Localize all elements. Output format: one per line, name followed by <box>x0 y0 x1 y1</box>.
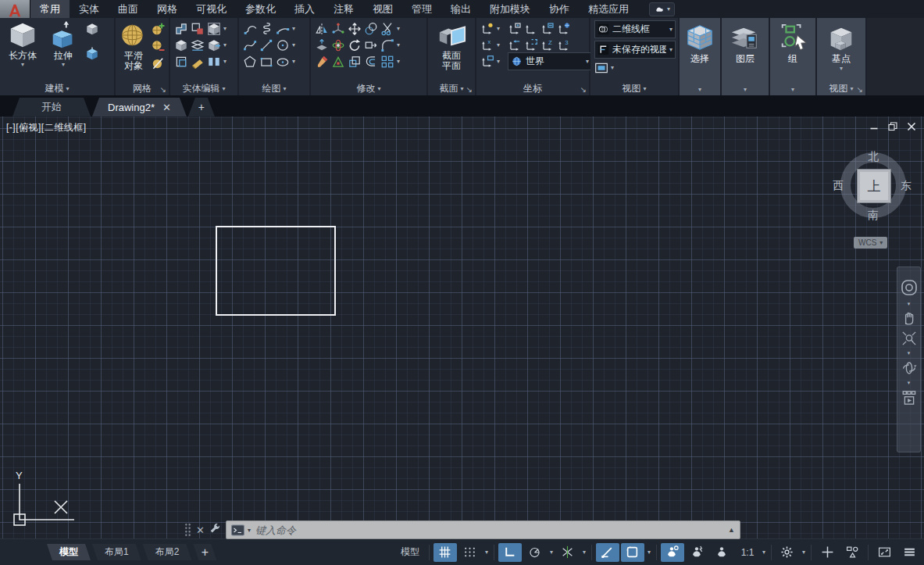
command-input[interactable] <box>254 524 725 537</box>
navigation-wheel-icon[interactable] <box>900 278 919 297</box>
annotation-scale-value[interactable]: 1:1 <box>736 543 759 562</box>
move-icon[interactable] <box>348 22 362 36</box>
interfere-icon[interactable] <box>207 22 221 36</box>
ucs-3point-icon[interactable]: 3 <box>557 38 571 52</box>
wcs-dropdown[interactable]: WCS▾ <box>854 237 887 249</box>
scale-icon[interactable] <box>348 55 362 69</box>
new-layout-button[interactable]: + <box>193 544 216 560</box>
ribbon-tab-collaborate[interactable]: 协作 <box>540 0 579 18</box>
annotation-monitor-button[interactable] <box>815 543 839 562</box>
chevron-down-icon[interactable]: ▾ <box>908 301 911 307</box>
ribbon-tab-visualize[interactable]: 可视化 <box>187 0 236 18</box>
offset-icon[interactable] <box>364 55 378 69</box>
chevron-down-icon[interactable]: ▾ <box>292 42 295 48</box>
ucs-previous-icon[interactable] <box>508 38 522 52</box>
panel-label-view[interactable]: 视图▾ <box>590 82 678 95</box>
panel-launcher-icon[interactable]: ↘ <box>857 86 863 94</box>
trim-icon[interactable] <box>380 22 394 36</box>
panel-launcher-icon[interactable]: ↘ <box>160 86 166 94</box>
ucs-origin-icon[interactable] <box>508 22 522 36</box>
3d-scale-gizmo-icon[interactable] <box>331 55 345 69</box>
ribbon-tab-output[interactable]: 输出 <box>441 0 480 18</box>
panel-layers[interactable]: 图层 ▾ <box>722 18 770 95</box>
array-icon[interactable] <box>380 55 394 69</box>
drawn-rectangle[interactable] <box>216 226 336 316</box>
smooth-more-icon[interactable] <box>151 22 165 36</box>
customization-menu-button[interactable] <box>897 543 921 562</box>
polygon-icon[interactable] <box>243 55 257 69</box>
ucs-axis-icon[interactable] <box>524 22 538 36</box>
chevron-down-icon[interactable]: ▾ <box>581 549 587 556</box>
command-history-up-icon[interactable]: ▲ <box>728 526 735 534</box>
annotation-visibility-toggle[interactable] <box>661 543 684 562</box>
smooth-object-button[interactable]: 平滑 对象 <box>120 20 148 71</box>
fillet-edge-icon[interactable] <box>191 55 205 69</box>
ribbon-tab-view[interactable]: 视图 <box>363 0 402 18</box>
chevron-down-icon[interactable]: ▾ <box>248 527 251 534</box>
pan-hand-icon[interactable] <box>901 311 917 327</box>
ucs-z-axis-icon[interactable]: Z <box>540 38 555 52</box>
app-logo-button[interactable] <box>0 0 30 18</box>
ribbon-tab-home[interactable]: 常用 <box>30 0 70 18</box>
spline-icon[interactable] <box>243 38 257 52</box>
ribbon-tab-addins[interactable]: 附加模块 <box>480 0 540 18</box>
auto-scale-toggle[interactable] <box>686 543 709 562</box>
chevron-down-icon[interactable]: ▾ <box>292 26 295 32</box>
chevron-down-icon[interactable]: ▾ <box>397 59 400 65</box>
stretch-icon[interactable] <box>364 38 378 52</box>
orbit-icon[interactable] <box>901 360 917 376</box>
polysolid-icon[interactable] <box>85 47 99 61</box>
chevron-down-icon[interactable]: ▾ <box>497 59 500 65</box>
3d-rotate-gizmo-icon[interactable] <box>331 38 345 52</box>
close-icon[interactable]: ✕ <box>196 524 205 536</box>
separate-icon[interactable] <box>207 55 221 69</box>
new-drawing-tab-button[interactable]: + <box>188 98 215 116</box>
viewcube-west[interactable]: 西 <box>833 179 844 193</box>
ucs-icon[interactable] <box>480 22 494 36</box>
polyline-icon[interactable] <box>243 22 257 36</box>
arc-icon[interactable] <box>276 22 290 36</box>
command-input-container[interactable]: ▾ ▲ <box>226 520 740 539</box>
chevron-down-icon[interactable]: ▾ <box>223 59 227 65</box>
ortho-toggle[interactable] <box>498 543 522 562</box>
panel-label-draw[interactable]: 绘图▾ <box>239 82 309 95</box>
cloud-menu-button[interactable]: ▾ <box>649 2 675 16</box>
panel-view-2[interactable]: 基点 ▾ 视图▾ ↘ <box>817 18 867 95</box>
visual-style-combo[interactable]: 二维线框▾ <box>594 20 676 38</box>
line-icon[interactable] <box>259 38 273 52</box>
command-prompt-icon[interactable] <box>231 524 244 536</box>
chevron-down-icon[interactable]: ▾ <box>646 549 652 556</box>
ribbon-tab-solid[interactable]: 实体 <box>70 0 109 18</box>
helix-icon[interactable] <box>259 22 273 36</box>
chevron-down-icon[interactable]: ▾ <box>791 87 794 93</box>
chevron-down-icon[interactable]: ▾ <box>761 549 767 556</box>
file-tab-start[interactable]: 开始 <box>12 98 91 116</box>
file-tab-drawing2[interactable]: Drawing2*✕ <box>92 98 187 116</box>
erase-icon[interactable] <box>315 55 329 69</box>
viewcube-east[interactable]: 东 <box>901 179 912 193</box>
snap-toggle[interactable] <box>458 543 482 562</box>
chevron-down-icon[interactable]: ▾ <box>801 549 807 556</box>
presspull-icon[interactable] <box>315 38 329 52</box>
ribbon-tab-mesh[interactable]: 网格 <box>148 0 187 18</box>
ribbon-tab-manage[interactable]: 管理 <box>402 0 441 18</box>
viewcube-south[interactable]: 南 <box>868 209 879 223</box>
box-button[interactable]: 长方体▾ <box>4 20 41 68</box>
viewcube-north[interactable]: 北 <box>868 150 879 164</box>
polar-tracking-toggle[interactable] <box>523 543 547 562</box>
layout-tab-model[interactable]: 模型 <box>47 544 91 560</box>
panel-launcher-icon[interactable]: ↘ <box>580 86 587 94</box>
viewport-controls[interactable]: [-][俯视][二维线框] <box>6 121 87 134</box>
ribbon-tab-parametric[interactable]: 参数化 <box>236 0 285 18</box>
layout-tab-layout2[interactable]: 布局2 <box>143 544 192 560</box>
chevron-down-icon[interactable]: ▾ <box>497 42 500 48</box>
smooth-less-icon[interactable] <box>151 39 165 53</box>
slice-icon[interactable] <box>174 38 188 52</box>
panel-groups[interactable]: 组 ▾ <box>770 18 817 95</box>
3d-move-gizmo-icon[interactable] <box>331 22 345 36</box>
close-icon[interactable] <box>907 122 916 131</box>
panel-label-coordinates[interactable]: 坐标 <box>476 82 589 95</box>
ribbon-tab-annotate[interactable]: 注释 <box>324 0 363 18</box>
panel-launcher-icon[interactable]: ↘ <box>466 86 473 94</box>
clean-screen-button[interactable] <box>872 543 896 562</box>
